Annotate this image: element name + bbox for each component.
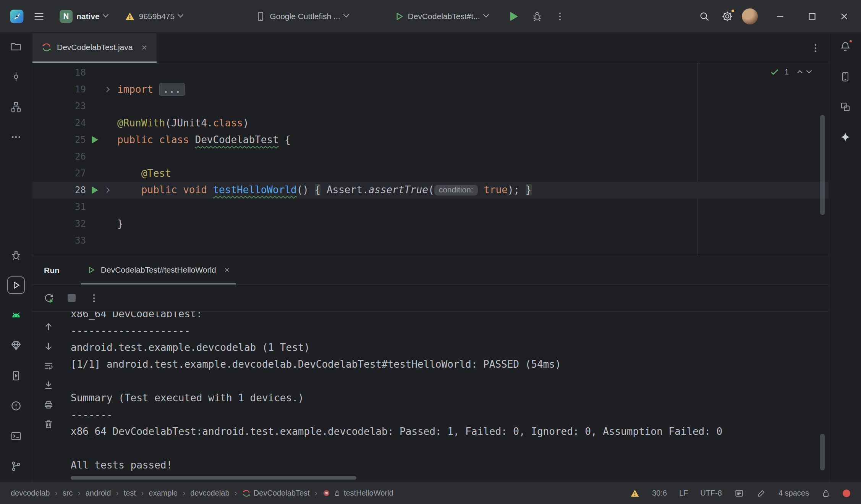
line-number[interactable]: 26 (32, 151, 86, 162)
run-gutter-icon[interactable] (86, 136, 104, 144)
code-line-24[interactable]: 24@RunWith(JUnit4.class) (32, 115, 829, 131)
tool-debug-button[interactable] (7, 246, 25, 264)
tool-problems-button[interactable] (7, 397, 25, 415)
tool-version-control-button[interactable] (7, 457, 25, 475)
breadcrumb-item[interactable]: devcodelab (11, 489, 50, 498)
console-more-button[interactable] (89, 293, 99, 304)
user-avatar[interactable] (742, 8, 758, 24)
notifications-button[interactable] (837, 38, 854, 55)
lock-icon[interactable] (821, 489, 830, 498)
tool-structure-button[interactable] (7, 98, 25, 116)
line-number[interactable]: 32 (32, 218, 86, 229)
code-line-26[interactable]: 26 (32, 148, 829, 165)
inspections-widget[interactable]: 1 (770, 67, 811, 76)
run-configuration-selector[interactable]: DevCodelabTest#t... (390, 9, 492, 24)
scroll-to-end-icon[interactable] (43, 380, 54, 391)
tool-run-button[interactable] (7, 276, 25, 294)
close-tab-icon[interactable] (141, 44, 147, 51)
code-line-23[interactable]: 23 (32, 98, 829, 115)
tool-project-button[interactable] (7, 38, 25, 55)
code-line-18[interactable]: 18 (32, 64, 829, 81)
breadcrumb-item[interactable]: DevCodelabTest (242, 489, 310, 498)
breadcrumb-separator: › (55, 488, 57, 498)
code-line-25[interactable]: 25public class DevCodelabTest { (32, 131, 829, 148)
main-menu-button[interactable] (31, 8, 47, 25)
code-line-33[interactable]: 33 (32, 232, 829, 249)
line-number[interactable]: 28 (32, 185, 86, 195)
line-number[interactable]: 19 (32, 84, 86, 95)
tool-device-manager-button[interactable] (837, 68, 854, 86)
editor-tab[interactable]: DevCodelabTest.java (32, 33, 157, 63)
warning-icon[interactable] (630, 488, 640, 498)
code-editor[interactable]: 1819import ...2324@RunWith(JUnit4.class)… (32, 63, 829, 256)
stop-button[interactable] (68, 294, 76, 302)
line-number[interactable]: 23 (32, 101, 86, 111)
line-number[interactable]: 31 (32, 202, 86, 212)
minimize-button[interactable] (772, 8, 788, 25)
soft-wrap-icon[interactable] (43, 360, 54, 371)
rerun-button[interactable] (43, 292, 55, 304)
more-actions-button[interactable] (552, 8, 568, 25)
code-line-32[interactable]: 32} (32, 215, 829, 232)
breadcrumb-item[interactable]: example (149, 489, 178, 498)
print-icon[interactable] (43, 399, 54, 410)
arrow-down-icon[interactable] (43, 341, 54, 352)
vcs-widget[interactable]: 9659b475 (121, 9, 186, 24)
code-line-28[interactable]: 28 public void testHelloWorld() { Assert… (32, 182, 829, 199)
run-button[interactable] (506, 8, 523, 25)
settings-button[interactable] (719, 8, 736, 25)
arrow-up-icon[interactable] (43, 321, 54, 332)
breadcrumb-item[interactable]: m testHelloWorld (322, 489, 393, 498)
editor-scrollbar[interactable] (820, 115, 825, 215)
project-selector[interactable]: N native (56, 8, 112, 25)
indent-size[interactable]: 4 spaces (778, 489, 809, 498)
file-encoding[interactable]: UTF-8 (700, 489, 722, 498)
console-output[interactable]: x86_64 DevCodelabTest:------------------… (65, 312, 829, 482)
reader-mode-icon[interactable] (734, 488, 744, 498)
tool-app-quality-insights-button[interactable] (7, 337, 25, 354)
fold-icon[interactable] (104, 87, 115, 91)
tool-device-explorer-button[interactable] (837, 98, 854, 116)
clear-console-icon[interactable] (43, 419, 54, 430)
close-run-tab-icon[interactable] (224, 267, 230, 273)
run-gutter-icon[interactable] (86, 186, 104, 194)
line-number[interactable]: 25 (32, 134, 86, 145)
maximize-button[interactable] (804, 8, 821, 25)
code-lines: 1819import ...2324@RunWith(JUnit4.class)… (32, 63, 829, 249)
run-tool-window-title[interactable]: Run (44, 266, 60, 275)
prev-problem-icon[interactable] (797, 70, 803, 76)
debug-button[interactable] (529, 8, 545, 25)
close-window-button[interactable] (836, 8, 853, 25)
tool-terminal-button[interactable] (7, 427, 25, 445)
line-number[interactable]: 24 (32, 118, 86, 128)
fold-icon[interactable] (104, 188, 115, 192)
tool-logcat-button[interactable] (7, 307, 25, 324)
tool-gemini-button[interactable] (837, 128, 854, 146)
device-selector[interactable]: Google Cuttlefish ... (251, 9, 352, 24)
next-problem-icon[interactable] (806, 68, 812, 73)
tab-list-button[interactable] (810, 43, 821, 53)
breadcrumb-item[interactable]: android (86, 489, 111, 498)
console-hscrollbar[interactable] (71, 476, 356, 480)
tool-commit-button[interactable] (7, 68, 25, 86)
inspection-highlight-icon[interactable] (756, 488, 766, 498)
cursor-position[interactable]: 30:6 (652, 489, 667, 498)
code-line-31[interactable]: 31 (32, 199, 829, 215)
run-tab[interactable]: DevCodelabTest#testHelloWorld (81, 256, 236, 284)
line-number[interactable]: 27 (32, 168, 86, 179)
gemini-spark-icon (840, 131, 851, 143)
line-number[interactable]: 18 (32, 67, 86, 78)
console-vscrollbar[interactable] (820, 434, 825, 470)
tool-more-button[interactable] (7, 128, 25, 146)
breadcrumb-item[interactable]: devcodelab (190, 489, 229, 498)
device-manager-icon (840, 71, 851, 82)
error-notification-dot[interactable] (843, 489, 850, 497)
breadcrumb-item[interactable]: src (63, 489, 73, 498)
line-number[interactable]: 33 (32, 235, 86, 246)
line-separator[interactable]: LF (679, 489, 688, 498)
search-everywhere-button[interactable] (696, 8, 713, 25)
tool-running-devices-button[interactable] (7, 367, 25, 384)
code-line-19[interactable]: 19import ... (32, 81, 829, 98)
breadcrumb-item[interactable]: test (124, 489, 136, 498)
code-line-27[interactable]: 27 @Test (32, 165, 829, 182)
